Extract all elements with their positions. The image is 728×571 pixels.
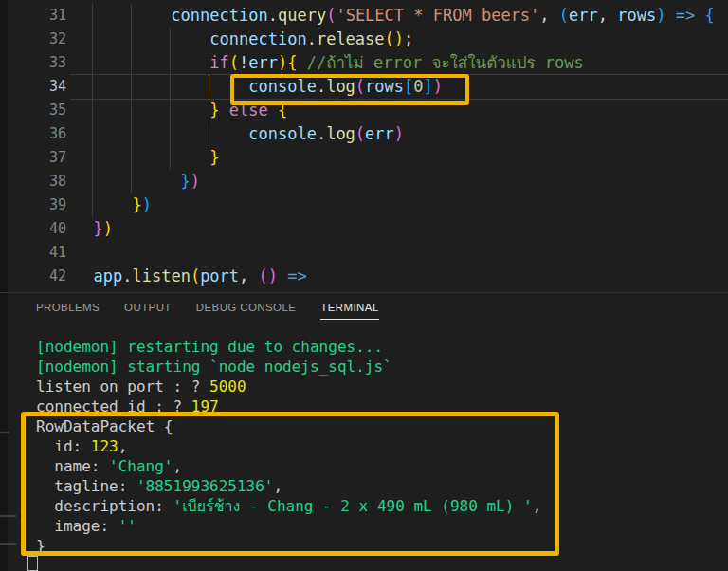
code-line: 32 connection.release(); [0, 28, 728, 51]
token [74, 53, 209, 72]
token: ( [229, 53, 239, 72]
token: console [248, 124, 317, 143]
token: err [248, 53, 278, 72]
token: . [317, 124, 326, 143]
line-number: 33 [0, 51, 66, 75]
token [220, 101, 229, 120]
token [74, 219, 93, 238]
token: log [326, 124, 355, 143]
token: } [209, 101, 219, 120]
code-text: console.log(err) [74, 122, 404, 146]
token: ) [103, 219, 113, 238]
token [74, 148, 209, 167]
token [74, 124, 248, 143]
line-number: 42 [0, 265, 66, 288]
code-line: 40 }) [0, 217, 728, 241]
editor-lines: 31 connection.query('SELECT * FROM beers… [0, 4, 728, 288]
token [74, 172, 181, 191]
code-text: if(!err){ //ถ้าไม่ error จะใส่ในตัวแปร r… [74, 51, 584, 75]
token: } [132, 195, 141, 214]
panel-tabs: PROBLEMSOUTPUTDEBUG CONSOLETERMINAL [0, 293, 728, 322]
token [74, 77, 248, 96]
token: ( [385, 29, 394, 48]
token: listen [132, 267, 190, 286]
terminal-line: [nodemon] restarting due to changes... [36, 337, 541, 357]
code-line: 41 [0, 241, 728, 265]
token: , [239, 267, 258, 286]
token: ( [355, 124, 365, 143]
token: ! [239, 53, 248, 72]
panel-tab-output[interactable]: OUTPUT [112, 293, 184, 322]
token [74, 267, 93, 286]
token: ( [191, 267, 200, 286]
code-line: 36 console.log(err) [0, 122, 728, 146]
token [278, 267, 287, 286]
token: port [200, 267, 239, 286]
terminal-cursor [27, 556, 38, 571]
panel-tab-problems[interactable]: PROBLEMS [24, 293, 112, 322]
line-number: 34 [0, 75, 66, 99]
token: { [287, 53, 297, 72]
token: ) [656, 6, 665, 25]
token: rows [617, 6, 656, 25]
token: ( [559, 6, 569, 25]
token: , [539, 6, 558, 25]
code-text: }) [74, 217, 113, 241]
token: , [598, 6, 617, 25]
token: ) [394, 124, 404, 143]
token: release [317, 29, 385, 48]
code-editor[interactable]: 31 connection.query('SELECT * FROM beers… [0, 0, 728, 292]
token: ( [259, 267, 268, 286]
token: . [122, 267, 132, 286]
code-line: 33 if(!err){ //ถ้าไม่ error จะใส่ในตัวแป… [0, 51, 728, 75]
token: err [569, 6, 598, 25]
token [74, 29, 209, 48]
token: ) [191, 172, 200, 191]
terminal-line: listen on port : ? 5000 [36, 377, 541, 396]
code-line: 31 connection.query('SELECT * FROM beers… [0, 4, 728, 28]
code-line: 37 } [0, 146, 728, 170]
line-number: 41 [0, 241, 66, 265]
token: ( [326, 6, 336, 25]
token: connection [171, 6, 267, 25]
token: => [676, 6, 695, 25]
panel-tab-debug-console[interactable]: DEBUG CONSOLE [184, 293, 309, 322]
terminal-line: [nodemon] starting `node nodejs_sql.js` [36, 357, 541, 377]
token: ) [278, 53, 287, 72]
token: listen on port : ? [36, 378, 209, 396]
code-line: 39 }) [0, 193, 728, 217]
token: } [181, 172, 191, 191]
code-text: }) [74, 193, 152, 217]
line-number: 32 [0, 28, 66, 51]
token: //ถ้าไม่ error จะใส่ในตัวแปร rows [307, 53, 584, 72]
token: => [287, 267, 306, 286]
token [74, 6, 171, 25]
token: 'SELECT * FROM beers' [336, 6, 539, 25]
annotation-box-console-log [230, 74, 469, 105]
token: } [209, 148, 219, 167]
token: ) [268, 267, 278, 286]
line-number: 37 [0, 146, 66, 170]
token: 5000 [209, 378, 246, 396]
token: if [209, 53, 228, 72]
panel-tab-terminal[interactable]: TERMINAL [308, 293, 391, 322]
token: ; [404, 29, 413, 48]
line-number: 35 [0, 99, 66, 122]
token: } [93, 219, 102, 238]
token: { [704, 6, 714, 25]
line-number: 40 [0, 217, 66, 241]
token [665, 6, 675, 25]
token: query [278, 6, 326, 25]
token: ) [142, 195, 152, 214]
line-number: 31 [0, 4, 66, 28]
code-text: app.listen(port, () => [74, 265, 307, 288]
token: app [93, 267, 122, 286]
code-text: connection.release(); [74, 28, 413, 51]
token: ) [394, 29, 404, 48]
token: err [365, 124, 394, 143]
code-text: } [74, 146, 220, 170]
token: [nodemon] restarting due to changes... [36, 338, 383, 356]
annotation-box-rowdatapacket [21, 412, 559, 556]
token: . [307, 29, 317, 48]
token [298, 53, 307, 72]
